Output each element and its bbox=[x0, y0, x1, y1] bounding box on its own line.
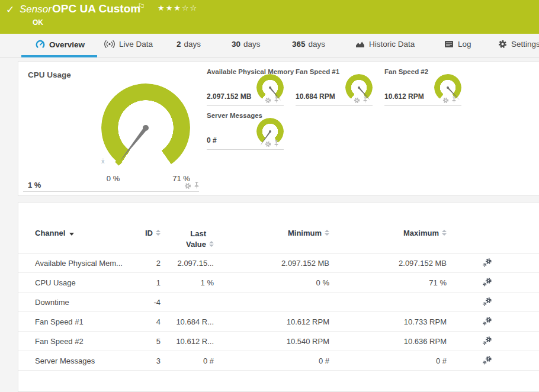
column-header-maximum[interactable]: Maximum bbox=[386, 229, 447, 237]
gauge-settings-gear-icon[interactable] bbox=[265, 141, 271, 147]
pin-gauge-icon[interactable] bbox=[194, 182, 200, 189]
channel-name[interactable]: Fan Speed #2 bbox=[35, 337, 84, 346]
channel-minimum: 2.097.152 MB bbox=[267, 259, 329, 268]
table-row[interactable]: Fan Speed #2 5 10.612 R... 10.540 RPM 10… bbox=[18, 332, 539, 351]
gauge-hub bbox=[358, 86, 360, 89]
gauge-title: Server Messages bbox=[207, 112, 262, 119]
column-header-last-value[interactable]: Last Value bbox=[166, 229, 214, 250]
gauge-settings-gear-icon[interactable] bbox=[354, 97, 360, 104]
channel-maximum: 10.733 RPM bbox=[386, 317, 447, 326]
gauge-hub bbox=[269, 86, 271, 89]
sort-icon bbox=[442, 230, 447, 236]
tab-2-days[interactable]: 2 days bbox=[177, 40, 201, 49]
gauge-title: Fan Speed #2 bbox=[384, 68, 428, 75]
area-chart-icon bbox=[355, 40, 365, 48]
server-messages-gauge-tile[interactable]: Server Messages 0 # bbox=[207, 110, 284, 150]
cpu-gauge: x̄ bbox=[101, 83, 190, 172]
table-row[interactable]: Downtime -4 bbox=[18, 293, 539, 312]
channel-id: 3 bbox=[107, 356, 161, 365]
channel-settings-gears-icon[interactable] bbox=[482, 316, 493, 328]
tab-settings[interactable]: Settings bbox=[498, 40, 539, 49]
channel-last-value: 10.684 R... bbox=[166, 317, 214, 326]
status-ok-check-icon: ✓ bbox=[6, 4, 14, 16]
gauge-settings-gear-icon[interactable] bbox=[265, 97, 271, 104]
gauge-settings-gear-icon[interactable] bbox=[442, 97, 449, 104]
gauge-scale-min: 0 % bbox=[101, 174, 125, 183]
object-kind-label: Sensor bbox=[20, 4, 52, 15]
channel-settings-gears-icon[interactable] bbox=[482, 336, 493, 348]
tab-30-days[interactable]: 30 days bbox=[232, 40, 261, 49]
channel-maximum: 0 # bbox=[386, 356, 447, 365]
gauge-hub bbox=[447, 86, 449, 89]
flag-icon[interactable]: ⚐ bbox=[137, 2, 145, 11]
gauge-hub bbox=[143, 125, 149, 131]
cpu-usage-gauge-tile[interactable]: CPU Usage x̄ 0 % 71 % 1 % bbox=[23, 66, 199, 192]
channel-settings-gears-icon[interactable] bbox=[482, 355, 493, 367]
prtg-sensor-page: ✓ Sensor OPC UA Custom ⚐ ★★★☆☆ OK Overvi… bbox=[0, 0, 539, 392]
fan1-gauge-tile[interactable]: Fan Speed #1 10.684 RPM bbox=[296, 66, 373, 106]
channel-minimum: 0 # bbox=[267, 356, 329, 365]
pin-gauge-icon[interactable] bbox=[451, 97, 457, 104]
gauge-current-value: 10.612 RPM bbox=[384, 92, 424, 101]
channel-name[interactable]: CPU Usage bbox=[35, 278, 76, 287]
channel-maximum: 2.097.152 MB bbox=[386, 259, 447, 268]
gauge-icon bbox=[36, 40, 45, 49]
sort-icon bbox=[325, 230, 329, 236]
channel-maximum: 10.636 RPM bbox=[386, 337, 447, 346]
gauge-title: Fan Speed #1 bbox=[296, 68, 339, 75]
pin-gauge-icon[interactable] bbox=[274, 140, 279, 147]
tab-historic-data[interactable]: Historic Data bbox=[355, 40, 415, 49]
priority-stars[interactable]: ★★★☆☆ bbox=[158, 4, 198, 12]
status-badge: OK bbox=[33, 18, 43, 27]
channel-maximum: 71 % bbox=[386, 278, 447, 287]
channel-name[interactable]: Server Messages bbox=[35, 356, 95, 365]
channel-minimum: 10.612 RPM bbox=[267, 317, 329, 326]
column-header-channel[interactable]: Channel bbox=[35, 229, 74, 237]
channel-last-value: 10.612 R... bbox=[166, 337, 214, 346]
live-signal-icon bbox=[104, 40, 115, 49]
channel-last-value: 1 % bbox=[166, 278, 214, 287]
gauge-title: CPU Usage bbox=[28, 70, 71, 79]
tab-log[interactable]: Log bbox=[444, 40, 471, 49]
table-row[interactable]: Fan Speed #1 4 10.684 R... 10.612 RPM 10… bbox=[18, 312, 539, 332]
pin-gauge-icon[interactable] bbox=[362, 97, 368, 104]
tab-overview[interactable]: Overview bbox=[36, 40, 85, 49]
sort-icon bbox=[209, 241, 214, 247]
tab-bar: Overview Live Data 2 days 30 days 365 da… bbox=[0, 34, 539, 57]
column-header-id[interactable]: ID bbox=[107, 229, 161, 237]
column-header-minimum[interactable]: Minimum bbox=[267, 229, 329, 237]
memory-gauge-tile[interactable]: Available Physical Memory 2.097.152 MB bbox=[207, 66, 284, 106]
channel-last-value: 2.097.15... bbox=[166, 259, 214, 268]
channel-id: -4 bbox=[107, 298, 161, 307]
table-row[interactable]: Server Messages 3 0 # 0 # 0 # bbox=[18, 351, 539, 371]
channel-minimum: 0 % bbox=[267, 278, 329, 287]
gear-icon bbox=[498, 40, 507, 49]
channel-settings-gears-icon[interactable] bbox=[482, 297, 493, 309]
channel-settings-gears-icon[interactable] bbox=[482, 258, 493, 269]
sensor-title: OPC UA Custom bbox=[52, 2, 140, 15]
pin-gauge-icon[interactable] bbox=[274, 97, 279, 104]
gauge-current-value: 2.097.152 MB bbox=[207, 92, 251, 101]
tab-365-days[interactable]: 365 days bbox=[292, 40, 325, 49]
gauge-settings-gear-icon[interactable] bbox=[184, 182, 191, 189]
table-row[interactable]: Available Physical Mem... 2 2.097.15... … bbox=[18, 253, 539, 273]
sensor-header: ✓ Sensor OPC UA Custom ⚐ ★★★☆☆ OK bbox=[0, 0, 539, 34]
table-header: Channel ID Last Value Minimum Maximum bbox=[18, 229, 539, 253]
channel-id: 2 bbox=[107, 259, 161, 268]
channel-id: 5 bbox=[107, 337, 161, 346]
gauge-current-value: 0 # bbox=[207, 136, 217, 144]
average-marker: x̄ bbox=[101, 158, 105, 165]
channel-name[interactable]: Downtime bbox=[35, 298, 69, 307]
channel-settings-gears-icon[interactable] bbox=[482, 277, 493, 289]
channel-name[interactable]: Fan Speed #1 bbox=[35, 317, 84, 326]
fan2-gauge-tile[interactable]: Fan Speed #2 10.612 RPM bbox=[384, 66, 461, 106]
channel-last-value: 0 # bbox=[166, 356, 214, 365]
channel-minimum: 10.540 RPM bbox=[267, 337, 329, 346]
active-tab-underline bbox=[21, 55, 97, 57]
table-row[interactable]: CPU Usage 1 1 % 0 % 71 % bbox=[18, 273, 539, 293]
tab-live-data[interactable]: Live Data bbox=[104, 40, 153, 49]
gauge-current-value: 1 % bbox=[28, 181, 41, 189]
table-body: Available Physical Mem... 2 2.097.15... … bbox=[18, 253, 539, 371]
log-list-icon bbox=[444, 40, 454, 48]
gauge-hub bbox=[269, 130, 271, 133]
